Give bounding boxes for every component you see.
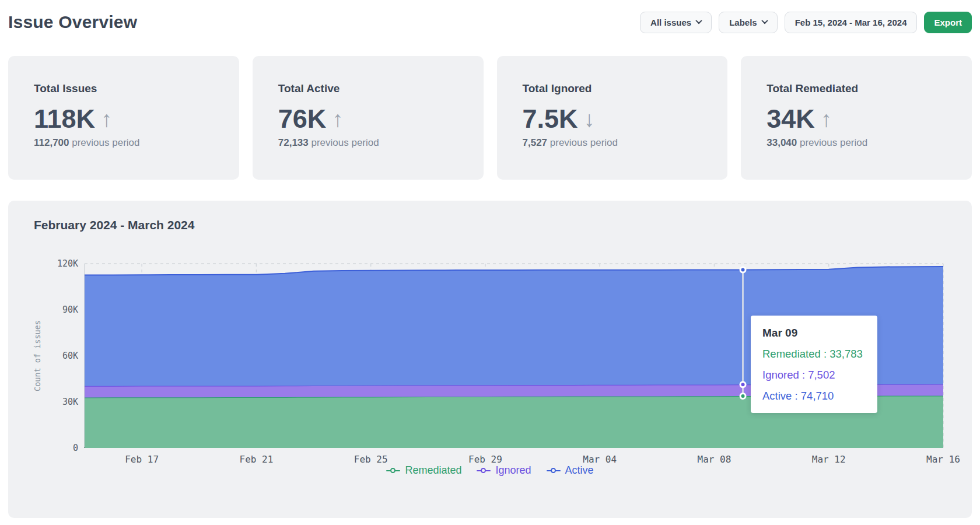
legend-line-marker-icon [386,468,400,474]
date-range-label: Feb 15, 2024 - Mar 16, 2024 [795,18,907,27]
all-issues-filter-label: All issues [650,18,691,27]
tooltip-rows: Remediated : 33,783Ignored : 7,502Active… [762,348,866,402]
y-axis-tick-label: 0 [73,443,78,453]
date-range-picker-button[interactable]: Feb 15, 2024 - Mar 16, 2024 [785,12,918,33]
legend-label: Active [565,464,594,477]
stat-card-previous: 72,133 previous period [278,137,472,149]
trend-down-icon: ↓ [584,108,595,130]
x-axis-tick-label: Mar 16 [926,454,960,465]
chart-legend: RemediatedIgnoredActive [8,464,972,477]
chevron-down-icon [761,17,768,23]
stat-card-value: 118K↑ [34,106,228,132]
stat-card: Total Remediated34K↑33,040 previous peri… [741,56,972,180]
chart-title: February 2024 - March 2024 [34,218,194,232]
stat-card: Total Active76K↑72,133 previous period [253,56,484,180]
header: Issue Overview All issues Labels Feb 15,… [8,9,972,35]
x-axis-tick-label: Mar 08 [698,454,732,465]
header-controls: All issues Labels Feb 15, 2024 - Mar 16,… [640,12,972,33]
x-axis-tick-label: Feb 29 [468,454,502,465]
y-axis-tick-label: 30K [62,397,78,407]
stat-card-previous: 33,040 previous period [766,137,960,149]
labels-filter-label: Labels [729,18,757,27]
export-button[interactable]: Export [924,12,972,33]
legend-item-active[interactable]: Active [547,464,594,477]
stat-card-label: Total Ignored [523,82,716,95]
y-axis-tick-label: 120K [57,258,78,269]
x-axis-tick-label: Feb 21 [239,454,273,465]
trend-up-icon: ↑ [821,108,832,130]
x-axis-tick-label: Feb 25 [354,454,388,465]
y-axis-tick-label: 60K [62,351,78,361]
chart-panel: February 2024 - March 2024 Count of issu… [8,201,972,518]
stat-card: Total Issues118K↑112,700 previous period [8,56,239,180]
legend-item-ignored[interactable]: Ignored [477,464,531,477]
tooltip-row: Ignored : 7,502 [762,369,866,382]
x-axis-tick-label: Feb 17 [125,454,159,465]
all-issues-filter-button[interactable]: All issues [640,12,712,33]
stat-card-value: 7.5K↓ [523,106,716,132]
stat-card-previous: 7,527 previous period [523,137,716,149]
stat-card-label: Total Issues [34,82,228,95]
plot-area[interactable]: Mar 09 Remediated : 33,783Ignored : 7,50… [84,264,943,448]
stat-card-previous: 112,700 previous period [34,137,228,149]
legend-label: Ignored [495,464,531,477]
legend-label: Remediated [405,464,461,477]
stat-card-value: 34K↑ [766,106,960,132]
labels-filter-button[interactable]: Labels [719,12,778,33]
page-title: Issue Overview [8,12,137,32]
chart-tooltip: Mar 09 Remediated : 33,783Ignored : 7,50… [751,316,877,413]
stat-cards-row: Total Issues118K↑112,700 previous period… [8,56,972,180]
x-axis-tick-label: Mar 04 [583,454,617,465]
stat-card: Total Ignored7.5K↓7,527 previous period [497,56,728,180]
stat-card-value: 76K↑ [278,106,472,132]
tooltip-row: Active : 74,710 [762,390,866,402]
tooltip-date: Mar 09 [762,327,866,340]
trend-up-icon: ↑ [332,108,343,130]
stat-card-label: Total Remediated [766,82,960,95]
chevron-down-icon [695,17,702,23]
y-axis-tick-label: 90K [62,304,78,315]
legend-line-marker-icon [547,468,561,474]
trend-up-icon: ↑ [101,108,112,130]
stat-card-label: Total Active [278,82,472,95]
legend-item-remediated[interactable]: Remediated [386,464,461,477]
x-axis-tick-label: Mar 12 [812,454,846,465]
y-axis-title: Count of issues [33,320,42,391]
issue-overview-page: Issue Overview All issues Labels Feb 15,… [0,9,980,518]
tooltip-row: Remediated : 33,783 [762,348,866,360]
legend-line-marker-icon [477,468,491,474]
